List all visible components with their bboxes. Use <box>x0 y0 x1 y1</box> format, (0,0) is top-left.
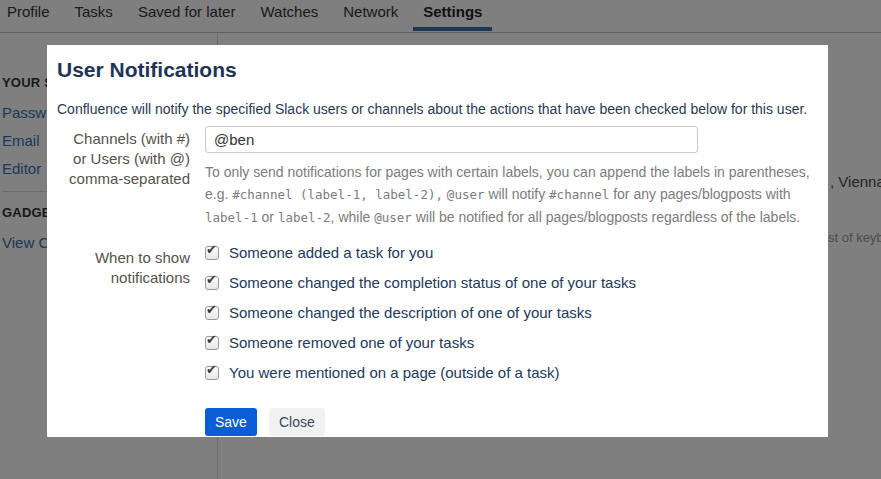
when-to-show-label: When to show notifications <box>57 245 190 395</box>
checkbox-label: Someone changed the description of one o… <box>229 305 592 321</box>
channels-help-text: To only send notifications for pages wit… <box>205 161 818 229</box>
notification-options-list: Someone added a task for youSomeone chan… <box>205 245 818 395</box>
notification-option-you-were-mentioned-on-a-page-outside-of-a-task[interactable]: You were mentioned on a page (outside of… <box>205 365 818 381</box>
channels-input[interactable] <box>205 126 698 153</box>
notification-option-someone-changed-the-completion-status-of-one-of-your-tasks[interactable]: Someone changed the completion status of… <box>205 275 818 291</box>
save-button[interactable]: Save <box>205 408 257 436</box>
notification-option-someone-changed-the-description-of-one-of-your-tasks[interactable]: Someone changed the description of one o… <box>205 305 818 321</box>
notification-option-someone-removed-one-of-your-tasks[interactable]: Someone removed one of your tasks <box>205 335 818 351</box>
checkbox-label: Someone removed one of your tasks <box>229 335 474 351</box>
checkbox-checked-icon[interactable] <box>205 306 219 320</box>
checkbox-label: You were mentioned on a page (outside of… <box>229 365 560 381</box>
notification-option-someone-added-a-task-for-you[interactable]: Someone added a task for you <box>205 245 818 261</box>
checkbox-checked-icon[interactable] <box>205 276 219 290</box>
checkbox-checked-icon[interactable] <box>205 246 219 260</box>
checkbox-checked-icon[interactable] <box>205 336 219 350</box>
channels-field-label: Channels (with #) or Users (with @) comm… <box>57 126 190 229</box>
dialog-title: User Notifications <box>57 57 818 83</box>
checkbox-label: Someone added a task for you <box>229 245 433 261</box>
checkbox-label: Someone changed the completion status of… <box>229 275 636 291</box>
checkbox-checked-icon[interactable] <box>205 366 219 380</box>
close-button[interactable]: Close <box>269 408 325 436</box>
user-notifications-dialog: User Notifications Confluence will notif… <box>47 45 828 437</box>
dialog-description: Confluence will notify the specified Sla… <box>57 100 818 118</box>
